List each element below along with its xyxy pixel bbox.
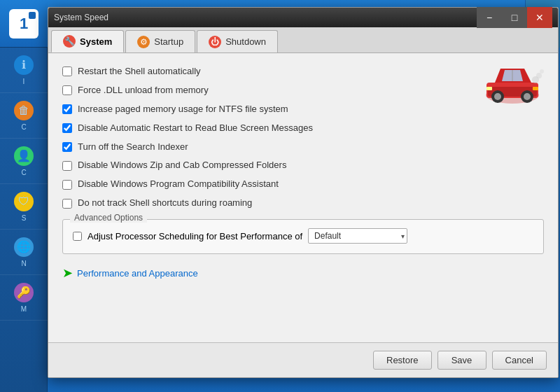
- checkbox-disable-compat: Disable Windows Program Compatibility As…: [62, 178, 544, 190]
- checkbox-turn-off-search-input[interactable]: [62, 142, 72, 152]
- advanced-row: Adjust Processor Scheduling for Best Per…: [73, 228, 533, 244]
- checkbox-disable-zip-input[interactable]: [62, 161, 72, 171]
- sidebar-item-maintenance[interactable]: 🔑 M: [0, 275, 48, 321]
- dialog-content: Restart the Shell automatically Force .D…: [48, 53, 558, 288]
- startup-tab-icon: ⚙: [137, 36, 150, 48]
- checkbox-turn-off-search: Turn off the Search Indexer: [62, 141, 544, 153]
- checkbox-increase-paged: Increase paged memory usage for NTFS fil…: [62, 104, 544, 115]
- close-button[interactable]: ✕: [527, 7, 552, 28]
- checkbox-restart-shell-input[interactable]: [62, 66, 72, 76]
- checkbox-disable-restart-label: Disable Automatic Restart to Read Blue S…: [78, 122, 313, 134]
- dialog-title: System Speed: [54, 13, 108, 22]
- tab-system[interactable]: 🔧 System: [51, 30, 124, 52]
- checkbox-restart-shell-label: Restart the Shell automatically: [78, 66, 201, 78]
- startup-tab-label: Startup: [154, 36, 183, 47]
- logo-box: 1: [9, 9, 38, 38]
- maximize-button[interactable]: □: [502, 7, 527, 28]
- checkbox-force-dll-label: Force .DLL unload from memory: [78, 85, 209, 97]
- checkbox-disable-compat-label: Disable Windows Program Compatibility As…: [78, 178, 279, 190]
- checkbox-no-track-input[interactable]: [62, 199, 72, 209]
- processor-scheduling-checkbox[interactable]: [73, 232, 82, 241]
- processor-scheduling-label: Adjust Processor Scheduling for Best Per…: [88, 231, 302, 241]
- dialog: System Speed − □ ✕ 🔧 System ⚙ Startup ⏻ …: [48, 7, 559, 378]
- checkbox-disable-restart: Disable Automatic Restart to Read Blue S…: [62, 122, 544, 134]
- sidebar-item-cleanup[interactable]: 🗑 C: [0, 93, 48, 139]
- checkbox-disable-compat-input[interactable]: [62, 180, 72, 190]
- contacts-icon: 👤: [14, 146, 34, 166]
- svg-rect-9: [533, 87, 538, 90]
- checkbox-turn-off-search-label: Turn off the Search Indexer: [78, 141, 188, 153]
- network-icon: 🌐: [14, 237, 34, 257]
- dialog-footer: Restore Save Cancel: [48, 342, 558, 377]
- advanced-options-label: Advanced Options: [70, 213, 147, 223]
- checkbox-no-track-label: Do not track Shell shortcuts during roam…: [78, 197, 252, 209]
- dialog-titlebar-buttons: − □ ✕: [477, 7, 552, 28]
- minimize-button[interactable]: −: [477, 7, 502, 28]
- system-tab-icon: 🔧: [63, 35, 76, 48]
- processor-dropdown-wrapper: Default Programs Background services ▾: [308, 228, 407, 244]
- checkbox-disable-zip: Disable Windows Zip and Cab Compressed F…: [62, 160, 544, 172]
- tab-startup[interactable]: ⚙ Startup: [125, 30, 195, 52]
- logo-notch: [29, 12, 36, 19]
- checkbox-disable-restart-input[interactable]: [62, 123, 72, 133]
- car-image: [481, 60, 544, 109]
- app-logo: 1: [0, 0, 48, 48]
- save-button[interactable]: Save: [438, 351, 486, 370]
- checkbox-disable-zip-label: Disable Windows Zip and Cab Compressed F…: [78, 160, 286, 172]
- performance-link-label: Performance and Appearance: [77, 268, 198, 279]
- dialog-titlebar: System Speed − □ ✕: [48, 8, 558, 27]
- tab-shutdown[interactable]: ⏻ Shutdown: [197, 30, 278, 52]
- tab-bar: 🔧 System ⚙ Startup ⏻ Shutdown: [48, 27, 558, 53]
- cleanup-icon: 🗑: [14, 101, 34, 120]
- sidebar-item-security[interactable]: 🛡 S: [0, 184, 48, 230]
- sidebar: 1 ℹ I 🗑 C 👤 C 🛡 S 🌐 N 🔑 M: [0, 0, 48, 392]
- shutdown-tab-label: Shutdown: [225, 36, 266, 47]
- sidebar-item-info[interactable]: ℹ I: [0, 48, 48, 93]
- svg-point-11: [536, 73, 542, 78]
- svg-rect-8: [486, 87, 492, 90]
- checkbox-force-dll-input[interactable]: [62, 85, 72, 95]
- sidebar-item-contacts[interactable]: 👤 C: [0, 139, 48, 184]
- processor-dropdown[interactable]: Default Programs Background services: [308, 228, 407, 244]
- shutdown-tab-icon: ⏻: [209, 36, 221, 48]
- security-icon: 🛡: [14, 192, 34, 211]
- checkbox-no-track: Do not track Shell shortcuts during roam…: [62, 197, 544, 209]
- checkbox-force-dll: Force .DLL unload from memory: [62, 85, 544, 97]
- svg-point-7: [524, 93, 531, 100]
- cancel-button[interactable]: Cancel: [492, 351, 547, 370]
- svg-point-12: [540, 69, 544, 74]
- sidebar-item-network[interactable]: 🌐 N: [0, 230, 48, 275]
- checkbox-restart-shell: Restart the Shell automatically: [62, 66, 544, 78]
- info-icon: ℹ: [14, 55, 34, 75]
- svg-point-5: [494, 93, 501, 100]
- checkbox-increase-paged-label: Increase paged memory usage for NTFS fil…: [78, 104, 288, 115]
- performance-arrow-icon: ➤: [62, 265, 73, 281]
- restore-button[interactable]: Restore: [373, 351, 432, 370]
- maintenance-icon: 🔑: [14, 283, 34, 302]
- advanced-options-box: Advanced Options Adjust Processor Schedu…: [62, 219, 544, 254]
- performance-link[interactable]: ➤ Performance and Appearance: [62, 265, 544, 281]
- system-tab-label: System: [80, 36, 112, 47]
- checkbox-increase-paged-input[interactable]: [62, 104, 72, 114]
